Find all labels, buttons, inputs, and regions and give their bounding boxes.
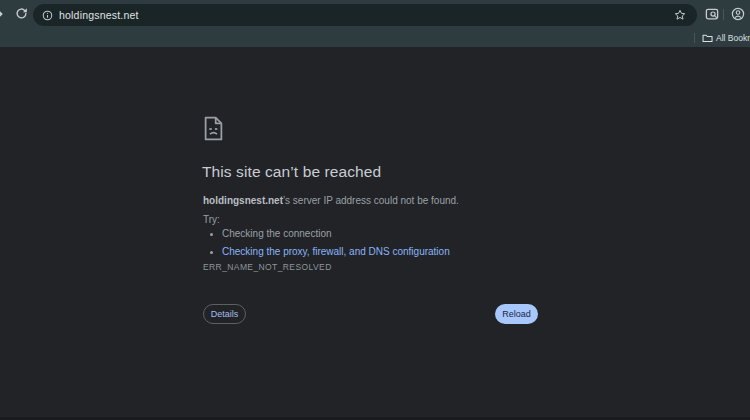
- profile-avatar-icon[interactable]: [731, 7, 745, 21]
- error-message-rest: ’s server IP address could not be found.: [283, 195, 459, 206]
- forward-arrow-icon[interactable]: [0, 7, 5, 21]
- error-message: holdingsnest.net’s server IP address cou…: [203, 195, 459, 206]
- suggestion-list: Checking the connection Checking the pro…: [208, 227, 450, 262]
- suggestion-link[interactable]: Checking the proxy, firewall, and DNS co…: [222, 246, 450, 257]
- folder-icon[interactable]: [702, 33, 713, 43]
- bookmarks-divider: [694, 33, 695, 43]
- browser-toolbar: holdingsnest.net: [0, 0, 750, 28]
- reload-button[interactable]: Reload: [495, 304, 538, 324]
- url-text[interactable]: holdingsnest.net: [59, 9, 674, 21]
- error-page: This site can’t be reached holdingsnest.…: [0, 47, 750, 417]
- suggestion-text: Checking the connection: [222, 228, 332, 239]
- error-domain: holdingsnest.net: [203, 195, 283, 206]
- try-label: Try:: [203, 214, 220, 225]
- suggestion-item: Checking the connection: [222, 227, 450, 240]
- address-bar[interactable]: holdingsnest.net: [33, 4, 697, 26]
- all-bookmarks-label[interactable]: All Bookmarks: [716, 33, 750, 43]
- bookmark-star-icon[interactable]: [674, 9, 686, 21]
- bookmarks-bar: All Bookmarks: [0, 28, 750, 47]
- reload-icon[interactable]: [15, 7, 28, 20]
- side-panel-icon[interactable]: [705, 8, 719, 21]
- site-info-icon[interactable]: [42, 10, 53, 21]
- error-code: ERR_NAME_NOT_RESOLVED: [203, 262, 332, 272]
- sad-page-icon: [203, 116, 224, 145]
- suggestion-item: Checking the proxy, firewall, and DNS co…: [222, 245, 450, 258]
- error-title: This site can’t be reached: [202, 163, 381, 181]
- toolbar-divider: [723, 9, 724, 20]
- details-button[interactable]: Details: [203, 304, 246, 324]
